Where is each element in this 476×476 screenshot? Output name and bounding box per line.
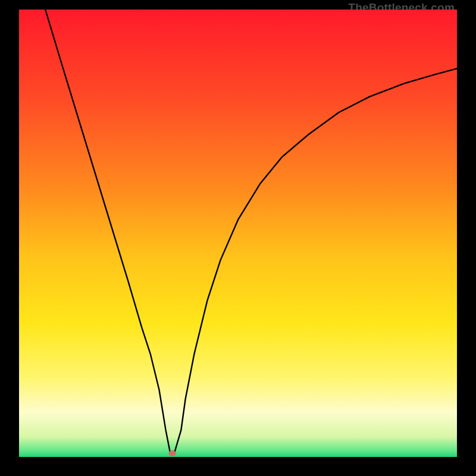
bottleneck-chart	[19, 10, 457, 457]
minimum-marker	[169, 450, 176, 456]
gradient-background	[19, 10, 457, 457]
chart-frame	[19, 10, 457, 457]
